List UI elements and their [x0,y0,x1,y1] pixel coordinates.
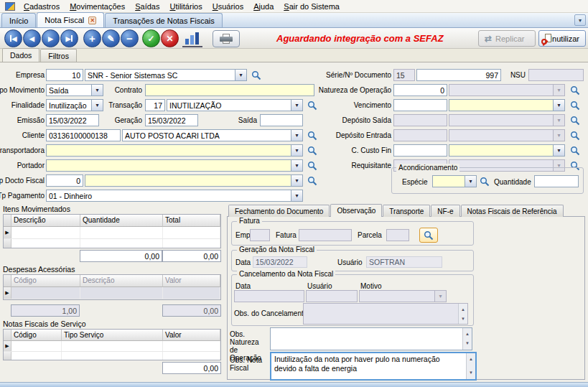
tipo-movimento-combo[interactable]: Saída [46,84,103,96]
cliente-name-combo[interactable]: AUTO POSTO ACARI LTDA [122,129,303,141]
saida-field[interactable] [260,114,303,126]
scroll-down-icon[interactable]: ▼ [469,368,473,378]
tab-filtros[interactable]: Filtros [40,49,77,62]
transacao-search-icon[interactable] [306,99,318,111]
vencimento-search-icon[interactable] [569,99,581,111]
app-window: Cadastros Movimentações Saídas Utilitári… [0,0,588,387]
table-row[interactable] [4,239,220,248]
tab-transporte[interactable]: Transporte [383,205,430,217]
chart-button[interactable] [182,31,202,47]
natureza-code-field[interactable]: 0 [393,84,447,96]
menu-usuarios[interactable]: Usuários [207,1,248,12]
tab-transacoes[interactable]: Transações de Notas Fiscais [105,13,222,27]
confirm-button[interactable]: ✓ [142,29,160,47]
tab-observacao[interactable]: Observação [330,204,382,217]
cancel-button[interactable]: ✕ [161,29,179,47]
custo-fin-search-icon[interactable] [569,144,581,157]
empresa-search-icon[interactable] [250,69,262,81]
tab-fechamento[interactable]: Fechamento do Documento [228,205,330,217]
previous-record-button[interactable]: ◀ [23,29,41,47]
finalidade-combo[interactable]: Inutilização [46,99,103,111]
menu-movimentacoes[interactable]: Movimentações [65,1,130,12]
geracao-field[interactable]: 15/03/2022 [145,114,198,126]
tab-inicio[interactable]: Início [1,13,36,27]
toolbar: ◀ ◀ ▶ ▶ + ✎ − ✓ ✕ Aguardando integração … [0,28,588,49]
scroll-up-icon[interactable]: ▲ [469,355,473,364]
transportadora-search-icon[interactable] [306,144,318,157]
delete-record-button[interactable]: − [121,29,139,47]
quantidade-field[interactable] [534,175,579,187]
menu-ajuda[interactable]: Ajuda [248,1,279,12]
menu-cadastros[interactable]: Cadastros [19,1,65,12]
table-row[interactable] [4,352,220,360]
close-tab-icon[interactable]: ✕ [88,17,96,24]
deposito-saida-search-icon[interactable] [569,114,581,126]
nsu-field [528,69,584,81]
next-record-button[interactable]: ▶ [42,29,60,47]
inutilizar-label: Inutilizar [550,34,579,43]
last-record-button[interactable]: ▶ [60,29,78,47]
tab-nota-fiscal[interactable]: Nota Fiscal ✕ [37,12,104,27]
portador-search-icon[interactable] [306,159,318,172]
itens-total-valor: 0,00 [162,250,221,262]
obs-natureza-textarea[interactable]: ▲▼ [270,327,472,350]
scroll-down-icon[interactable]: ▼ [465,339,470,348]
tp-docto-combo[interactable] [85,174,303,187]
transacao-name-combo[interactable]: INUTILIZAÇÃO [167,99,303,111]
inutilizar-button[interactable]: Inutilizar [538,30,586,47]
custo-fin-field[interactable] [393,144,447,157]
menu-saidas[interactable]: Saídas [130,1,164,12]
scrollbar[interactable]: ▲▼ [462,328,472,350]
row-selector-icon: ▶ [5,343,9,349]
obs-nota-textarea[interactable]: Inutilização da nota por haver pulo na n… [270,352,477,381]
add-record-button[interactable]: + [83,29,101,47]
scrollbar[interactable]: ▲▼ [466,353,475,379]
empresa-code-field[interactable]: 10 [46,69,83,81]
especie-combo[interactable] [432,175,477,187]
chevron-down-icon[interactable]: ▾ [574,14,586,26]
tab-nfe[interactable]: NF-e [431,205,459,217]
vencimento-field[interactable] [393,99,447,111]
emissao-field[interactable]: 15/03/2022 [46,114,99,126]
empresa-name-combo[interactable]: SNR - Senior Sistemas SC [85,69,247,81]
first-record-button[interactable]: ◀ [4,29,22,47]
fatura-search-button[interactable] [419,228,438,243]
scrollbar[interactable]: ▲▼ [458,304,467,324]
vencimento-combo[interactable] [449,99,565,111]
tp-pagamento-combo[interactable]: 01 - Dinheiro [46,190,303,202]
custo-fin-combo[interactable] [449,144,565,157]
table-row[interactable]: ▶ [4,227,220,239]
table-row: ▶ [4,287,220,299]
cliente-search-icon[interactable] [306,129,318,141]
cancelamento-title: Cancelamento da Nota Fiscal [237,270,335,278]
tab-dados[interactable]: Dados [2,48,39,62]
tab-referencia[interactable]: Notas Fiscais de Referência [461,205,564,217]
scroll-up-icon[interactable]: ▲ [465,330,470,339]
scroll-up-icon[interactable]: ▲ [461,305,465,314]
menu-bar: Cadastros Movimentações Saídas Utilitári… [0,0,588,13]
especie-search-icon[interactable] [478,175,490,187]
row-selector-header [4,215,11,227]
cliente-code-field[interactable]: 03136100000138 [46,129,121,141]
especie-label: Espécie [402,178,428,186]
menu-utilitarios[interactable]: Utilitários [164,1,207,12]
lower-section: Itens Movimentados Descrição Quantidade … [0,204,588,382]
transacao-code-field[interactable]: 17 [145,99,165,111]
sefaz-status-message: Aguardando integração com a SEFAZ [276,33,444,44]
table-row[interactable]: ▶ [4,341,220,352]
transportadora-combo[interactable] [46,144,303,157]
tp-docto-code-field[interactable]: 0 [46,174,83,187]
deposito-saida-combo [449,114,565,126]
contrato-field[interactable] [145,84,314,96]
scroll-down-icon[interactable]: ▼ [461,314,465,324]
numero-documento-field[interactable]: 997 [416,69,501,81]
natureza-search-icon[interactable] [569,84,581,96]
print-button[interactable] [213,30,240,47]
menu-sair[interactable]: Sair do Sistema [279,1,345,12]
edit-record-button[interactable]: ✎ [102,29,120,47]
row-selector-icon: ▶ [5,290,9,296]
deposito-entrada-search-icon[interactable] [569,129,581,141]
vencimento-label: Vencimento [354,101,391,109]
portador-combo[interactable] [46,159,303,172]
tp-docto-search-icon[interactable] [306,174,318,187]
